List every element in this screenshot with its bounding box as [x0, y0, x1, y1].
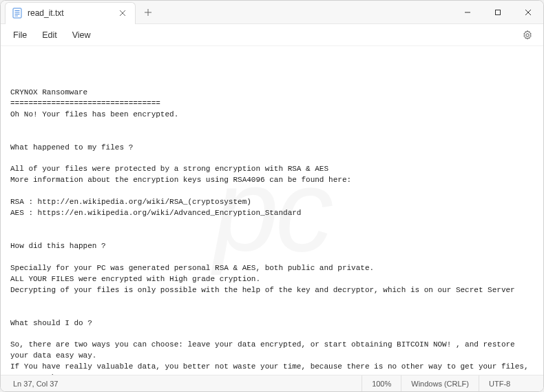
tab-title: read_it.txt	[28, 8, 112, 18]
statusbar: Ln 37, Col 37 100% Windows (CRLF) UTF-8	[1, 375, 543, 391]
settings-button[interactable]	[517, 25, 538, 45]
menu-file[interactable]: File	[6, 27, 34, 43]
menu-edit[interactable]: Edit	[35, 27, 64, 43]
window-controls	[452, 1, 543, 24]
document-text[interactable]: CRYNOX Ransomware ======================…	[10, 87, 534, 375]
close-button[interactable]	[513, 1, 543, 24]
status-line-ending[interactable]: Windows (CRLF)	[401, 375, 479, 391]
svg-rect-0	[13, 8, 21, 18]
notepad-window: read_it.txt File Edit View	[0, 0, 544, 392]
tab-close-button[interactable]	[117, 8, 128, 19]
status-zoom[interactable]: 100%	[362, 375, 401, 391]
minimize-button[interactable]	[452, 1, 483, 24]
document-tab[interactable]: read_it.txt	[5, 2, 136, 24]
new-tab-button[interactable]	[138, 3, 158, 22]
svg-rect-5	[496, 10, 501, 14]
status-cursor-position[interactable]: Ln 37, Col 37	[3, 375, 67, 391]
notepad-icon	[12, 8, 22, 19]
menu-view[interactable]: View	[65, 27, 98, 43]
status-encoding[interactable]: UTF-8	[479, 375, 541, 391]
maximize-button[interactable]	[483, 1, 513, 24]
editor-area[interactable]: pc CRYNOX Ransomware ===================…	[1, 46, 543, 375]
menubar: File Edit View	[1, 24, 543, 46]
titlebar[interactable]: read_it.txt	[1, 1, 543, 24]
